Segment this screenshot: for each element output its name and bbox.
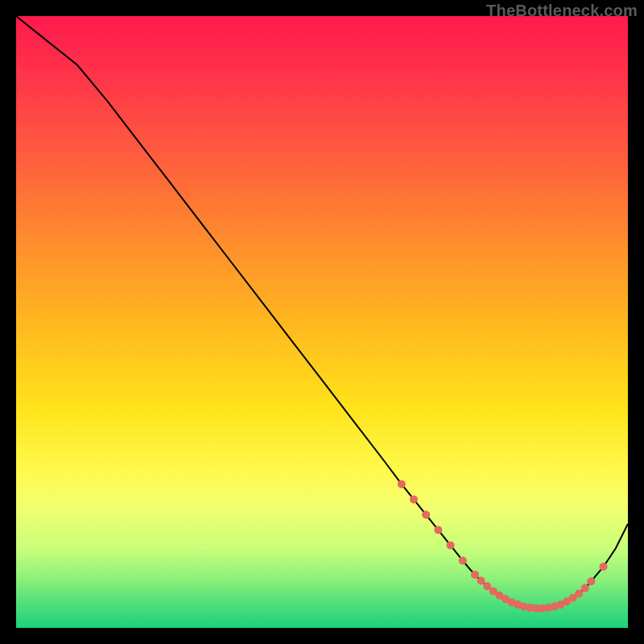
watermark-text: TheBottleneck.com [486, 2, 638, 20]
curve-marker [587, 577, 595, 585]
curve-marker [477, 577, 485, 585]
curve-marker [422, 510, 430, 518]
curve-marker [459, 556, 467, 564]
curve-marker [410, 495, 418, 503]
curve-marker [471, 571, 479, 579]
curve-marker [575, 589, 583, 597]
chart-frame: TheBottleneck.com [0, 0, 644, 644]
curve-markers [398, 480, 608, 612]
curve-marker [581, 584, 589, 592]
curve-marker [447, 541, 455, 549]
curve-line [16, 16, 628, 609]
curve-marker [434, 526, 442, 534]
chart-plot-area [16, 16, 628, 628]
curve-marker [398, 480, 406, 488]
curve-marker [600, 563, 608, 571]
chart-svg [16, 16, 628, 628]
